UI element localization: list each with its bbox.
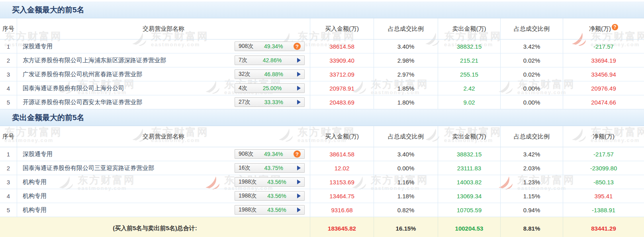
play-arrow-icon [297, 100, 301, 105]
tables-area: 买入金额最大的前5名 序号 交易营业部名称 买入金额(万) 占总成交比例 卖出金… [0, 0, 644, 237]
badge-win-rate: 49.34% [264, 151, 283, 157]
buy-amount-value: 13464.75 [310, 189, 374, 203]
buy-pct-value: 2.98% [374, 53, 438, 67]
sell-amount-value: 10705.59 [438, 203, 500, 217]
branch-cell: 机构专用 1988次 43.56% [17, 203, 310, 217]
sell-pct-value: 1.23% [500, 175, 563, 189]
buy-amount-value: 33712.09 [310, 67, 374, 81]
row-index: 5 [0, 203, 17, 217]
buy-table-body: 1 深股通专用 908次 49.34% 38614.58 3.40% 38832… [0, 40, 644, 109]
table-row: 3 广发证券股份有限公司杭州富春路证券营业部 32次 46.88% 33712.… [0, 67, 644, 81]
branch-cell: 深股通专用 908次 49.34% [17, 40, 310, 53]
branch-stats-badge[interactable]: 16次 43.75% [235, 163, 305, 173]
play-arrow-icon [297, 180, 301, 184]
badge-win-rate: 49.34% [264, 43, 283, 49]
badge-times-count: 1988次 [239, 192, 256, 199]
table-row: 4 机构专用 1988次 43.56% 13464.75 1.18% 13069… [0, 189, 644, 203]
net-amount-value: -1388.91 [563, 203, 644, 217]
col-header-buy-amount: 买入金额(万) [310, 126, 374, 147]
row-index: 1 [0, 40, 17, 53]
net-header-label: 净额(万) [593, 133, 615, 140]
help-icon[interactable] [294, 43, 301, 50]
col-header-buy-amount: 买入金额(万) [310, 18, 374, 39]
table-row: 5 开源证券股份有限公司西安太华路证券营业部 27次 33.33% 20483.… [0, 95, 644, 109]
branch-stats-badge[interactable]: 1988次 43.56% [235, 205, 305, 215]
buy-amount-value: 20483.69 [310, 95, 374, 109]
sell-amount-value: 23111.83 [438, 161, 500, 175]
branch-name-link[interactable]: 深股通专用 [23, 150, 53, 158]
col-header-branch: 交易营业部名称 [17, 18, 310, 39]
badge-times-count: 4次 [239, 85, 247, 92]
totals-buy-amount: 183645.82 [310, 217, 374, 237]
badge-times-count: 908次 [239, 150, 253, 158]
branch-name-link[interactable]: 东方证券股份有限公司上海浦东新区源深路证券营业部 [23, 57, 166, 64]
col-header-seq: 序号 [0, 18, 17, 39]
branch-stats-badge[interactable]: 7次 42.86% [235, 55, 305, 65]
buy-amount-value: 33909.40 [310, 53, 374, 67]
totals-sell-pct: 8.81% [500, 217, 563, 237]
play-arrow-icon [297, 72, 301, 77]
col-header-sell-amount: 卖出金额(万) [438, 18, 500, 39]
play-arrow-icon [297, 166, 301, 170]
table-row: 1 深股通专用 908次 49.34% 38614.58 3.40% 38832… [0, 147, 644, 161]
net-amount-value: -217.57 [563, 147, 644, 161]
row-index: 4 [0, 81, 17, 95]
buy-amount-value: 12.02 [310, 161, 374, 175]
branch-name-link[interactable]: 广发证券股份有限公司杭州富春路证券营业部 [23, 71, 142, 78]
branch-name-link[interactable]: 机构专用 [23, 192, 47, 200]
row-index: 1 [0, 147, 17, 161]
badge-times-count: 1988次 [239, 206, 256, 213]
branch-stats-badge[interactable]: 908次 49.34% [235, 149, 305, 159]
help-icon[interactable] [612, 24, 618, 30]
totals-buy-pct: 16.15% [374, 217, 438, 237]
badge-times-count: 16次 [239, 164, 251, 172]
sell-pct-value: 0.02% [500, 67, 563, 81]
sell-amount-value: 9.02 [438, 95, 500, 109]
branch-cell: 广发证券股份有限公司杭州富春路证券营业部 32次 46.88% [17, 67, 310, 81]
help-icon[interactable] [294, 150, 301, 158]
badge-win-rate: 43.56% [267, 207, 286, 213]
row-index: 5 [0, 95, 17, 109]
branch-name-link[interactable]: 国泰海通证券股份有限公司上海分公司 [23, 85, 124, 92]
row-index: 2 [0, 161, 17, 175]
buy-pct-value: 3.40% [374, 147, 438, 161]
net-amount-value: -850.13 [563, 175, 644, 189]
col-header-net: 净额(万) [563, 126, 644, 147]
sell-pct-value: 1.15% [500, 189, 563, 203]
sell-pct-value: 0.00% [500, 95, 563, 109]
table-row: 5 机构专用 1988次 43.56% 9316.68 0.82% 10705.… [0, 203, 644, 217]
branch-stats-badge[interactable]: 4次 25.00% [235, 83, 305, 93]
sell-amount-value: 38832.15 [438, 147, 500, 161]
badge-win-rate: 43.56% [267, 193, 286, 199]
branch-cell: 东方证券股份有限公司上海浦东新区源深路证券营业部 7次 42.86% [17, 53, 310, 67]
branch-name-link[interactable]: 国泰海通证券股份有限公司三亚迎宾路证券营业部 [23, 164, 154, 172]
sell-amount-value: 38832.15 [438, 40, 500, 53]
sell-pct-value: 3.42% [500, 147, 563, 161]
play-arrow-icon [297, 86, 301, 91]
totals-sell-amount: 100204.53 [438, 217, 500, 237]
net-amount-value: 20976.49 [563, 81, 644, 95]
badge-win-rate: 25.00% [263, 85, 282, 91]
col-header-sell-pct: 占总成交比例 [500, 18, 563, 39]
table-row: 1 深股通专用 908次 49.34% 38614.58 3.40% 38832… [0, 40, 644, 53]
branch-stats-badge[interactable]: 1988次 43.56% [235, 177, 305, 187]
badge-win-rate: 42.86% [263, 57, 282, 63]
section-title-sell: 卖出金额最大的前5名 [0, 109, 644, 126]
net-amount-value: 33694.19 [563, 53, 644, 67]
col-header-sell-amount: 卖出金额(万) [438, 126, 500, 147]
branch-name-link[interactable]: 开源证券股份有限公司西安太华路证券营业部 [23, 99, 142, 106]
sell-amount-value: 2.42 [438, 81, 500, 95]
branch-stats-badge[interactable]: 1988次 43.56% [235, 191, 305, 201]
branch-cell: 深股通专用 908次 49.34% [17, 147, 310, 161]
row-index: 4 [0, 189, 17, 203]
buy-pct-value: 2.97% [374, 67, 438, 81]
sell-table-header: 序号 交易营业部名称 买入金额(万) 占总成交比例 卖出金额(万) 占总成交比例… [0, 126, 644, 147]
branch-stats-badge[interactable]: 27次 33.33% [235, 97, 305, 107]
branch-name-link[interactable]: 机构专用 [23, 178, 47, 186]
branch-name-link[interactable]: 深股通专用 [23, 43, 53, 50]
sell-pct-value: 0.00% [500, 81, 563, 95]
branch-name-link[interactable]: 机构专用 [23, 206, 47, 214]
branch-stats-badge[interactable]: 908次 49.34% [235, 41, 305, 51]
branch-cell: 国泰海通证券股份有限公司三亚迎宾路证券营业部 16次 43.75% [17, 161, 310, 175]
branch-stats-badge[interactable]: 32次 46.88% [235, 69, 305, 79]
